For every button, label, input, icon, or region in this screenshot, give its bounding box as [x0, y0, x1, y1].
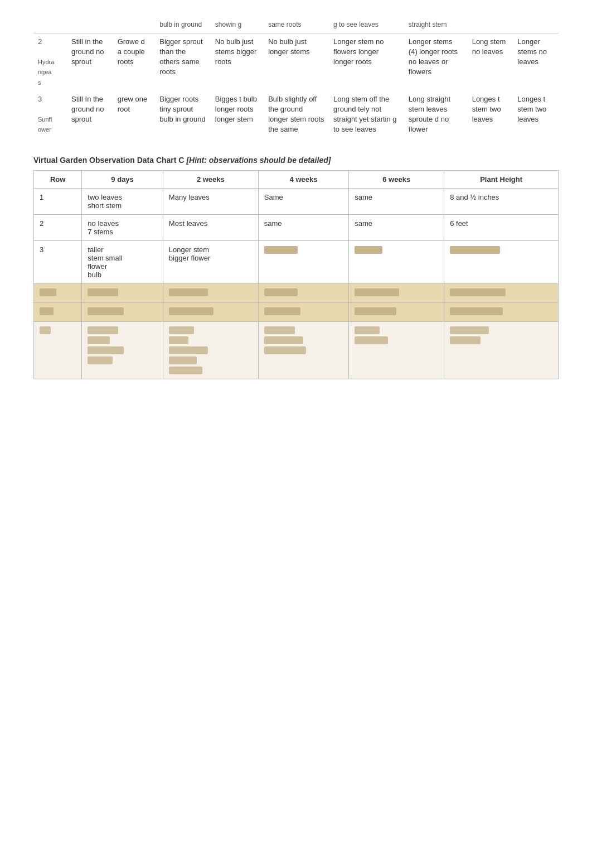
hydra-col1: Still in the ground no sprout: [67, 33, 113, 90]
hydra-col2: Growe d a couple roots: [113, 33, 156, 90]
r3-height: [444, 241, 559, 284]
h-bulb: bulb in ground: [155, 17, 211, 33]
rr2-c5: [349, 303, 444, 322]
rr2-c6: [444, 303, 559, 322]
row-hydrangea: 2Hydrangeas Still in the ground no sprou…: [33, 33, 559, 90]
rr1-c3: [163, 284, 258, 303]
redacted-row-1: [34, 284, 559, 303]
rr2-c4: [258, 303, 348, 322]
data-row-1: 1 two leavesshort stem Many leaves Same …: [34, 189, 559, 215]
r2-row: 2: [34, 215, 82, 241]
sunfl-col1: Still In the ground no sprout: [67, 91, 113, 138]
data-row-3: 3 tallerstem smallflowerbulb Longer stem…: [34, 241, 559, 284]
h-showing: showin g: [211, 17, 264, 33]
sunfl-col4: Bigges t bulb longer roots longer stem: [211, 91, 264, 138]
rr2-c2: [82, 303, 163, 322]
col-6weeks: 6 weeks: [349, 171, 444, 189]
rr3-c2: [82, 322, 163, 379]
chart-c-table: Row 9 days 2 weeks 4 weeks 6 weeks Plant…: [33, 170, 559, 379]
rr1-c6: [444, 284, 559, 303]
rr3-c4: [258, 322, 348, 379]
sunfl-col5: Bulb slightly off the ground longer stem…: [264, 91, 329, 138]
h-empty2: [67, 17, 113, 33]
chart-c-header-row: Row 9 days 2 weeks 4 weeks 6 weeks Plant…: [34, 171, 559, 189]
h-g-to-see: g to see leaves: [329, 17, 404, 33]
rr3-c1: [34, 322, 82, 379]
col-9days: 9 days: [82, 171, 163, 189]
top-observation-table: bulb in ground showin g same roots g to …: [33, 17, 559, 138]
rr1-c2: [82, 284, 163, 303]
hydra-col8: Long stem no leaves: [468, 33, 513, 90]
r2-6weeks: same: [349, 215, 444, 241]
r1-height: 8 and ½ inches: [444, 189, 559, 215]
sunfl-col3: Bigger roots tiny sprout bulb in ground: [155, 91, 211, 138]
hydra-col9: Longer stems no leaves: [513, 33, 559, 90]
r1-2weeks: Many leaves: [163, 189, 258, 215]
rr3-c6: [444, 322, 559, 379]
rr1-c1: [34, 284, 82, 303]
row-sunflower: 3Sunflower Still In the ground no sprout…: [33, 91, 559, 138]
redacted-row-2: [34, 303, 559, 322]
r1-4weeks: Same: [258, 189, 348, 215]
r3-6weeks: [349, 241, 444, 284]
r2-9days: no leaves7 stems: [82, 215, 163, 241]
r1-9days: two leavesshort stem: [82, 189, 163, 215]
rr2-c1: [34, 303, 82, 322]
sunfl-col7: Long straight stem leaves sproute d no f…: [404, 91, 468, 138]
col-row: Row: [34, 171, 82, 189]
col-2weeks: 2 weeks: [163, 171, 258, 189]
row-num-3: 3Sunflower: [33, 91, 67, 138]
r1-6weeks: same: [349, 189, 444, 215]
rr1-c5: [349, 284, 444, 303]
sunfl-col8: Longes t stem two leaves: [468, 91, 513, 138]
row-num-2: 2Hydrangeas: [33, 33, 67, 90]
h-empty3: [113, 17, 156, 33]
h-straight: straight stem: [404, 17, 468, 33]
r2-height: 6 feet: [444, 215, 559, 241]
hydra-col6: Longer stem no flowers longer longer roo…: [329, 33, 404, 90]
r3-9days: tallerstem smallflowerbulb: [82, 241, 163, 284]
r3-row: 3: [34, 241, 82, 284]
r3-2weeks: Longer stembigger flower: [163, 241, 258, 284]
r2-2weeks: Most leaves: [163, 215, 258, 241]
col-plant-height: Plant Height: [444, 171, 559, 189]
h-empty4: [468, 17, 513, 33]
rr1-c4: [258, 284, 348, 303]
header-row: bulb in ground showin g same roots g to …: [33, 17, 559, 33]
sunfl-col2: grew one root: [113, 91, 156, 138]
hydra-col3: Bigger sprout than the others same roots: [155, 33, 211, 90]
rr3-c3: [163, 322, 258, 379]
col-4weeks: 4 weeks: [258, 171, 348, 189]
hydra-col4: No bulb just stems bigger roots: [211, 33, 264, 90]
hydra-col7: Longer stems (4) longer roots no leaves …: [404, 33, 468, 90]
sunfl-col9: Longes t stem two leaves: [513, 91, 559, 138]
h-empty1: [33, 17, 67, 33]
rr3-c5: [349, 322, 444, 379]
r1-row: 1: [34, 189, 82, 215]
h-same-roots: same roots: [264, 17, 329, 33]
r3-4weeks: [258, 241, 348, 284]
rr2-c3: [163, 303, 258, 322]
r2-4weeks: same: [258, 215, 348, 241]
data-row-2: 2 no leaves7 stems Most leaves same same…: [34, 215, 559, 241]
sunfl-col6: Long stem off the ground tely not straig…: [329, 91, 404, 138]
redacted-row-3: [34, 322, 559, 379]
hydra-col5: No bulb just longer stems: [264, 33, 329, 90]
chart-c-title: Virtual Garden Observation Data Chart C …: [33, 156, 559, 165]
h-empty5: [513, 17, 559, 33]
